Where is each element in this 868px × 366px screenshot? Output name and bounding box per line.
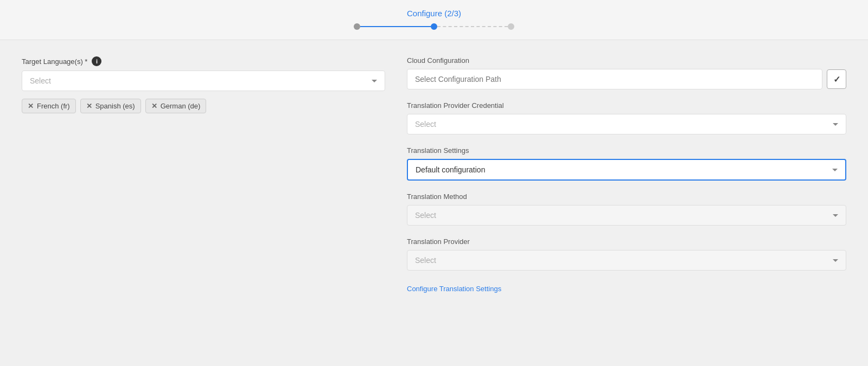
tag-fr: ✕ French (fr) [22, 99, 76, 113]
tag-de: ✕ German (de) [145, 99, 207, 113]
right-panel: Cloud Configuration Translation Provider… [407, 56, 846, 293]
step-3-dot [508, 23, 514, 30]
translation-provider-placeholder: Select [415, 256, 436, 265]
header: Configure (2/3) [0, 0, 868, 40]
translation-provider-credential-label: Translation Provider Credential [407, 101, 846, 110]
cloud-config-checkbox[interactable] [827, 69, 846, 89]
tag-es-label: Spanish (es) [95, 102, 135, 110]
cloud-config-input[interactable] [407, 69, 822, 89]
translation-settings-dropdown[interactable]: Default configuration [407, 159, 846, 181]
target-languages-label: Target Language(s) * i [22, 56, 385, 66]
translation-provider-dropdown[interactable]: Select [407, 250, 846, 271]
tag-es-remove[interactable]: ✕ [86, 102, 92, 110]
tag-fr-remove[interactable]: ✕ [28, 102, 34, 110]
selected-tags-container: ✕ French (fr) ✕ Spanish (es) ✕ German (d… [22, 99, 385, 113]
step-2-dot [431, 23, 437, 30]
chevron-down-icon [372, 80, 377, 82]
translation-provider-credential-section: Translation Provider Credential Select [407, 101, 846, 134]
translation-settings-value: Default configuration [416, 165, 485, 174]
translation-method-placeholder: Select [415, 211, 436, 220]
progress-bar [0, 23, 868, 30]
main-content: Target Language(s) * i Select ✕ French (… [0, 40, 868, 309]
translation-method-label: Translation Method [407, 192, 846, 201]
page-title: Configure (2/3) [0, 9, 868, 18]
tag-es: ✕ Spanish (es) [80, 99, 141, 113]
progress-line-done [360, 26, 431, 27]
step-1-dot [354, 23, 360, 30]
page-wrapper: Configure (2/3) Target Language(s) * i S… [0, 0, 868, 366]
chevron-down-icon-settings [832, 169, 838, 171]
translation-provider-credential-placeholder: Select [415, 120, 436, 129]
translation-method-section: Translation Method Select [407, 192, 846, 226]
target-languages-placeholder: Select [30, 76, 51, 85]
target-languages-dropdown[interactable]: Select [22, 70, 385, 91]
cloud-config-row [407, 69, 846, 89]
translation-provider-section: Translation Provider Select [407, 237, 846, 271]
configure-translation-settings-link[interactable]: Configure Translation Settings [407, 285, 501, 293]
target-languages-label-text: Target Language(s) * [22, 57, 87, 66]
translation-settings-label: Translation Settings [407, 146, 846, 155]
translation-settings-section: Translation Settings Default configurati… [407, 146, 846, 181]
left-panel: Target Language(s) * i Select ✕ French (… [22, 56, 385, 293]
tag-fr-label: French (fr) [37, 102, 70, 110]
info-icon[interactable]: i [92, 56, 101, 66]
cloud-config-section: Cloud Configuration [407, 56, 846, 89]
chevron-down-icon-provider [833, 259, 838, 262]
translation-provider-label: Translation Provider [407, 237, 846, 246]
chevron-down-icon-method [833, 214, 838, 217]
progress-line-pending [437, 26, 508, 27]
tag-de-remove[interactable]: ✕ [151, 102, 157, 110]
chevron-down-icon-credential [833, 123, 838, 126]
translation-method-dropdown[interactable]: Select [407, 205, 846, 226]
cloud-config-label: Cloud Configuration [407, 56, 846, 65]
translation-provider-credential-dropdown[interactable]: Select [407, 114, 846, 134]
tag-de-label: German (de) [161, 102, 201, 110]
